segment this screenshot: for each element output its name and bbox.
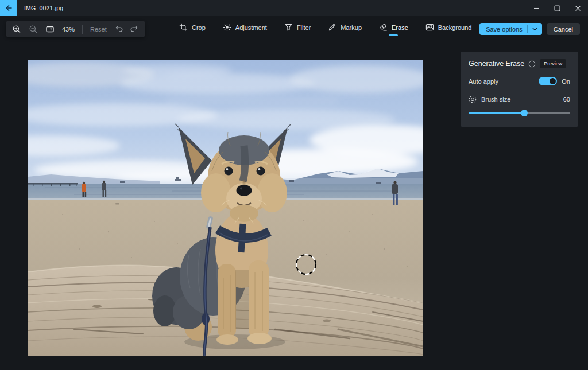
minimize-button[interactable] — [526, 0, 547, 16]
button-divider — [527, 25, 528, 33]
preview-badge[interactable]: Preview — [540, 59, 566, 68]
slider-fill — [469, 112, 524, 114]
tab-adjustment-label: Adjustment — [235, 24, 267, 31]
cancel-button[interactable]: Cancel — [547, 23, 580, 35]
titlebar: IMG_0021.jpg — [0, 0, 588, 16]
tab-indicator — [444, 34, 453, 36]
back-arrow-icon — [5, 4, 13, 12]
reset-button[interactable]: Reset — [90, 26, 107, 33]
tab-crop[interactable]: Crop — [179, 23, 206, 36]
crop-icon — [179, 23, 188, 32]
erase-icon — [379, 23, 388, 32]
markup-icon — [328, 23, 336, 32]
tab-adjustment[interactable]: Adjustment — [223, 23, 267, 36]
action-buttons: Save options Cancel — [479, 23, 580, 35]
tab-markup[interactable]: Markup — [328, 23, 362, 36]
edit-tabs: Crop Adjustment Filter Markup Erase Back… — [179, 23, 471, 36]
tab-background-label: Background — [438, 24, 472, 31]
maximize-button[interactable] — [547, 0, 567, 16]
cancel-label: Cancel — [554, 26, 573, 33]
tab-markup-label: Markup — [341, 24, 362, 31]
save-options-label: Save options — [486, 26, 523, 33]
brush-size-label: Brush size — [481, 96, 510, 103]
auto-apply-label: Auto apply — [469, 78, 498, 85]
tab-erase-label: Erase — [392, 24, 408, 31]
back-button[interactable] — [0, 0, 17, 16]
tab-background[interactable]: Background — [425, 23, 472, 36]
zoom-out-icon[interactable] — [29, 25, 38, 34]
viewer-toolbar: 43% Reset — [6, 21, 145, 37]
photo-scene — [28, 60, 423, 356]
tab-indicator — [293, 34, 302, 36]
auto-apply-toggle[interactable] — [539, 77, 557, 85]
tab-filter[interactable]: Filter — [284, 23, 311, 36]
zoom-level[interactable]: 43% — [62, 26, 75, 33]
window-controls — [526, 0, 588, 16]
maximize-icon — [554, 5, 560, 11]
chevron-down-icon[interactable] — [532, 28, 537, 31]
file-title: IMG_0021.jpg — [24, 5, 63, 11]
tab-indicator — [341, 34, 350, 36]
tab-indicator — [188, 34, 197, 36]
auto-apply-state: On — [562, 78, 570, 85]
zoom-in-icon[interactable] — [12, 25, 21, 34]
tab-crop-label: Crop — [192, 24, 206, 31]
save-options-button[interactable]: Save options — [479, 23, 542, 35]
background-icon — [425, 23, 434, 32]
close-icon — [575, 5, 581, 11]
redo-icon[interactable] — [130, 25, 139, 33]
tab-indicator — [240, 34, 249, 36]
adjustment-icon — [223, 23, 231, 32]
generative-erase-panel: Generative Erase Preview Auto apply On B… — [461, 52, 578, 127]
toggle-knob — [550, 78, 556, 84]
minimize-icon — [533, 5, 540, 11]
brush-size-icon — [469, 95, 477, 103]
fit-to-window-icon[interactable] — [45, 25, 55, 34]
close-button[interactable] — [567, 0, 588, 16]
toolbar-divider — [82, 25, 83, 34]
filter-icon — [284, 23, 293, 32]
brush-size-slider[interactable] — [469, 110, 570, 116]
panel-title: Generative Erase — [469, 60, 524, 68]
tab-erase[interactable]: Erase — [379, 23, 408, 36]
photo-canvas[interactable] — [28, 60, 423, 356]
undo-icon[interactable] — [114, 25, 123, 33]
tab-filter-label: Filter — [297, 24, 311, 31]
slider-thumb[interactable] — [521, 110, 528, 116]
tab-indicator — [389, 34, 398, 36]
info-icon[interactable] — [528, 60, 536, 68]
brush-size-value: 60 — [563, 96, 570, 103]
